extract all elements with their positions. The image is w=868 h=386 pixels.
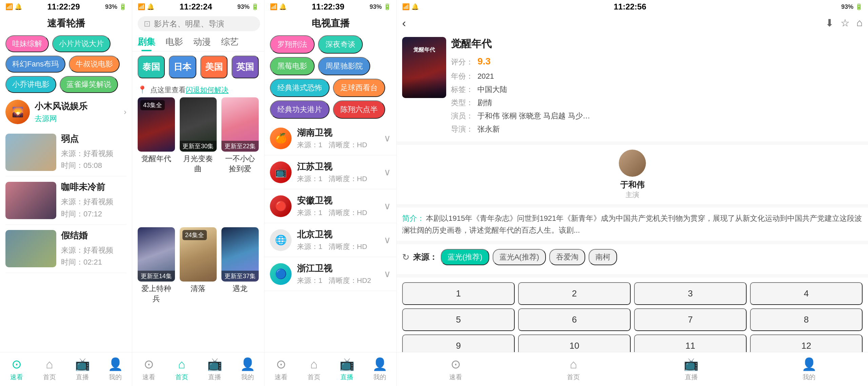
tab-variety[interactable]: 综艺 xyxy=(221,36,239,51)
drama-card-3[interactable]: 更新至22集 一不小心捡到爱 xyxy=(221,97,259,223)
actor-card-1[interactable]: 于和伟 主演 xyxy=(402,150,863,199)
video-item-3[interactable]: 假结婚 来源：好看视频 时间：02:21 xyxy=(5,225,126,273)
detail-score-row: 评分： 9.3 xyxy=(451,54,863,69)
tag-niu[interactable]: 牛叔说电影 xyxy=(69,56,120,73)
back-button[interactable]: ‹ xyxy=(402,16,406,30)
ep-10[interactable]: 10 xyxy=(518,334,631,352)
detail-region-row: 标签： 中国大陆 xyxy=(451,84,863,95)
tab-drama[interactable]: 剧集 xyxy=(138,36,155,51)
nav-live-icon-3: 📺 xyxy=(339,357,355,371)
drama-update-6: 更新至37集 xyxy=(221,271,259,282)
ep-8[interactable]: 8 xyxy=(750,308,863,331)
ep-12[interactable]: 12 xyxy=(750,334,863,352)
tab-anime[interactable]: 动漫 xyxy=(193,36,211,51)
nav-sukan-4[interactable]: ⊙ 速看 xyxy=(397,357,515,382)
source-tab-bluea[interactable]: 蓝光A(推荐) xyxy=(493,249,546,265)
channel-info[interactable]: 🌄 小木风说娱乐 去源网 › xyxy=(0,96,132,128)
source-tab-tunaitao[interactable]: 吞爱淘 xyxy=(549,249,585,265)
favorite-button[interactable]: ☆ xyxy=(841,17,850,29)
nav-mine-3[interactable]: 👤 我的 xyxy=(363,357,396,382)
channel-row-jiangsu[interactable]: 📺 江苏卫视 来源：1 清晰度：HD ∨ xyxy=(264,155,396,189)
live-tag-gang[interactable]: 经典港式恐怖 xyxy=(270,79,330,97)
live-tag-shenye[interactable]: 深夜奇谈 xyxy=(318,35,363,54)
live-tag-zhou[interactable]: 周星驰影院 xyxy=(318,57,370,75)
nav-sukan-3[interactable]: ⊙ 速看 xyxy=(264,357,297,382)
channel-arrow: › xyxy=(124,107,126,117)
status-bar-1: 📶 🔔 11:22:29 93% 🔋 xyxy=(0,0,132,14)
nav-live-4[interactable]: 📺 直播 xyxy=(632,357,750,382)
ep-7[interactable]: 7 xyxy=(634,308,747,331)
tag-wamei[interactable]: 哇妹综解 xyxy=(5,35,49,52)
ep-11[interactable]: 11 xyxy=(634,334,747,352)
drama-poster-3: 更新至22集 xyxy=(221,97,259,152)
tag-pian[interactable]: 小片片说大片 xyxy=(52,35,111,52)
notice-link[interactable]: 闪退如何解决 xyxy=(186,86,229,94)
source-tab-blueray[interactable]: 蓝光(推荐) xyxy=(441,249,489,265)
country-uk[interactable]: 英国 xyxy=(232,56,259,78)
search-input[interactable] xyxy=(154,19,254,28)
scan-icon: ⊡ xyxy=(144,19,151,28)
nav-live-3[interactable]: 📺 直播 xyxy=(331,357,363,382)
genre-label: 类型： xyxy=(451,98,473,107)
download-button[interactable]: ⬇ xyxy=(825,17,834,29)
country-thai[interactable]: 泰国 xyxy=(138,56,165,78)
actor-section: 于和伟 主演 xyxy=(397,145,868,204)
nav-mine-label-4: 我的 xyxy=(803,373,815,382)
ep-6[interactable]: 6 xyxy=(518,308,631,331)
refresh-icon[interactable]: ↻ xyxy=(402,252,410,263)
drama-card-1[interactable]: 43集全 觉醒年代 xyxy=(138,97,175,223)
panel3-title: 电视直播 xyxy=(264,14,396,33)
nav-home-4[interactable]: ⌂ 首页 xyxy=(515,357,633,382)
nav-mine-2[interactable]: 👤 我的 xyxy=(231,357,264,382)
channel-row-beijing[interactable]: 🌐 北京卫视 来源：1 清晰度：HD ∨ xyxy=(264,223,396,257)
ep-1[interactable]: 1 xyxy=(402,282,515,305)
ep-9[interactable]: 9 xyxy=(402,334,515,352)
status-bar-4: 📶 🔔 11:22:56 93% 🔋 xyxy=(397,0,868,14)
nav-mine-1[interactable]: 👤 我的 xyxy=(99,357,132,382)
ch-arrow-zhejiang: ∨ xyxy=(384,268,391,279)
source-tab-nanke[interactable]: 南柯 xyxy=(589,249,617,265)
ep-3[interactable]: 3 xyxy=(634,282,747,305)
video-item-1[interactable]: 弱点 来源：好看视频 时间：05:08 xyxy=(5,128,126,176)
search-bar[interactable]: ⊡ xyxy=(138,16,260,31)
tab-movie[interactable]: 电影 xyxy=(165,36,183,51)
video-item-2[interactable]: 咖啡未冷前 来源：好看视频 时间：07:12 xyxy=(5,176,126,225)
drama-card-6[interactable]: 更新至37集 遇龙 xyxy=(221,227,259,352)
nav-live-2[interactable]: 📺 直播 xyxy=(198,357,231,382)
country-japan[interactable]: 日本 xyxy=(169,56,196,78)
tag-qiao[interactable]: 小乔讲电影 xyxy=(5,76,56,93)
nav-home-icon-1: ⌂ xyxy=(46,357,53,371)
ep-4[interactable]: 4 xyxy=(750,282,863,305)
nav-sukan-2[interactable]: ⊙ 速看 xyxy=(132,357,165,382)
nav-home-3[interactable]: ⌂ 首页 xyxy=(297,357,330,382)
tag-lan[interactable]: 蓝雀爆笑解说 xyxy=(60,76,118,93)
live-tag-zuqiu[interactable]: 足球西看台 xyxy=(333,79,385,97)
nav-mine-icon-3: 👤 xyxy=(372,357,388,371)
channel-row-zhejiang[interactable]: 🔵 浙江卫视 来源：1 清晰度：HD2 ∨ xyxy=(264,257,396,291)
video-thumb-3 xyxy=(5,230,56,267)
battery-4: 93% 🔋 xyxy=(841,3,863,11)
time-3: 11:22:39 xyxy=(312,2,344,12)
home-button[interactable]: ⌂ xyxy=(856,17,863,29)
country-usa[interactable]: 美国 xyxy=(200,56,228,78)
ch-arrow-beijing: ∨ xyxy=(384,234,391,246)
drama-card-4[interactable]: 更新至14集 爱上特种兵 xyxy=(138,227,175,352)
nav-home-2[interactable]: ⌂ 首页 xyxy=(165,357,198,382)
channel-row-anhui[interactable]: 🔴 安徽卫视 来源：1 清晰度：HD ∨ xyxy=(264,189,396,223)
tag-fans[interactable]: 科幻Fans布玛 xyxy=(5,56,65,73)
live-tag-luoxiang[interactable]: 罗翔刑法 xyxy=(270,35,315,54)
channel-row-hunan[interactable]: 🍊 湖南卫视 来源：1 清晰度：HD ∨ xyxy=(264,121,396,155)
nav-home-1[interactable]: ⌂ 首页 xyxy=(33,357,66,382)
ep-5[interactable]: 5 xyxy=(402,308,515,331)
live-tag-chenxiang[interactable]: 陈翔六点半 xyxy=(333,100,385,119)
drama-card-5[interactable]: 24集全 清落 xyxy=(180,227,217,352)
nav-mine-4[interactable]: 👤 我的 xyxy=(750,357,868,382)
live-tag-gongfu[interactable]: 经典功夫港片 xyxy=(270,100,330,119)
ch-arrow-jiangsu: ∨ xyxy=(384,167,391,178)
nav-live-label-4: 直播 xyxy=(685,373,698,382)
ep-2[interactable]: 2 xyxy=(518,282,631,305)
drama-card-2[interactable]: 更新至30集 月光变奏曲 xyxy=(180,97,217,223)
live-tag-heimei[interactable]: 黑莓电影 xyxy=(270,57,315,75)
nav-live-1[interactable]: 📺 直播 xyxy=(66,357,99,382)
nav-sukan-1[interactable]: ⊙ 速看 xyxy=(0,357,33,382)
